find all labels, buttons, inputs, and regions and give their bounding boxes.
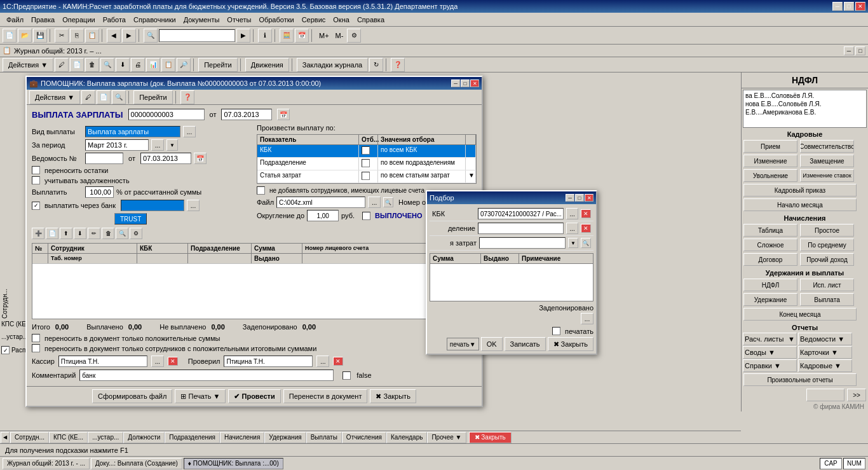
vid-dots-btn[interactable]: ... — [183, 126, 196, 137]
dialog-close[interactable]: ✕ — [470, 79, 479, 87]
period-dots-btn[interactable]: ... — [151, 139, 164, 151]
tb-cut[interactable]: ✂ — [55, 29, 69, 43]
tab-dolzhnosti[interactable]: Должности — [123, 432, 165, 443]
uderz-btn[interactable]: Удержание — [743, 293, 797, 306]
menu-operations[interactable]: Операции — [58, 13, 98, 26]
ne-dobavl-cb[interactable] — [257, 186, 265, 195]
maximize-button[interactable]: □ — [844, 2, 854, 11]
journal-tb2[interactable]: 📄 — [70, 58, 84, 72]
dtb-sort2[interactable]: ⬇ — [74, 228, 86, 239]
uchit-checkbox[interactable] — [32, 176, 40, 184]
kbk-ok-btn[interactable]: OK — [481, 337, 503, 351]
izm-stavok-btn[interactable]: Изменение ставок — [800, 169, 854, 182]
proch-doh-btn[interactable]: Прочий доход — [800, 253, 854, 266]
actions-dropdown[interactable]: Действия ▼ — [3, 58, 53, 72]
tab-kalendar[interactable]: Календарь — [386, 432, 427, 443]
kassir-clear-btn[interactable]: ✕ — [168, 357, 178, 366]
kbk-dots-btn[interactable]: ... — [566, 208, 578, 219]
dtb-sort1[interactable]: ⬆ — [60, 228, 72, 239]
perenesti-doc-cb[interactable] — [32, 334, 40, 342]
tb-save[interactable]: 💾 — [33, 29, 47, 43]
kbk-zapisat-btn[interactable]: Записать — [505, 337, 546, 351]
menu-service[interactable]: Сервис — [298, 13, 330, 26]
journal-minimize[interactable]: ─ — [844, 46, 854, 55]
sformirovat-btn[interactable]: Сформировать файл — [92, 389, 172, 403]
vyplata-btn[interactable]: Выплата — [800, 293, 854, 306]
kbk-close[interactable]: ✕ — [585, 194, 593, 202]
minimize-button[interactable]: ─ — [832, 2, 843, 11]
proveril-input[interactable] — [224, 356, 313, 367]
tb-info[interactable]: ℹ — [258, 29, 272, 43]
journal-tb9[interactable]: 🔎 — [177, 58, 191, 72]
zakryt-btn[interactable]: ✖ Закрыть — [370, 389, 416, 403]
perenesti-sotr-cb[interactable] — [32, 344, 40, 352]
tabs-scroll-left[interactable]: ◀ — [1, 432, 10, 443]
tab-vyplaty[interactable]: Выплаты — [306, 432, 342, 443]
posred-btn[interactable]: По среднему — [800, 238, 854, 251]
kadrov-prikaz-btn[interactable]: Кадровый приказ — [743, 184, 857, 197]
tab-uderzhaniya[interactable]: Удержания — [264, 432, 306, 443]
taskbar-doc[interactable]: Доку...: Выплата (Создание) — [91, 458, 182, 469]
tb-calc[interactable]: 🧮 — [280, 29, 294, 43]
journal-tb8[interactable]: 📋 — [161, 58, 175, 72]
tab-nachisleniya[interactable]: Начисления — [220, 432, 264, 443]
journal-tb6[interactable]: 🖨 — [131, 58, 145, 72]
menu-file[interactable]: Файл — [3, 13, 27, 26]
kartochki-btn[interactable]: Карточки ▼ — [798, 346, 852, 359]
vedomost-date-btn[interactable]: 📅 — [194, 153, 207, 164]
rasc-listy-btn[interactable]: Расч. листы▼ — [743, 333, 797, 345]
menu-edit[interactable]: Правка — [27, 13, 58, 26]
perenesti-checkbox[interactable] — [32, 166, 40, 174]
perenesti-doc-btn[interactable]: Перенести в документ — [283, 389, 368, 403]
sovmest-btn[interactable]: Совместительство — [800, 140, 854, 153]
provesti-btn[interactable]: ✔ Провести — [228, 389, 280, 403]
okrugl-input[interactable] — [307, 210, 339, 221]
dialog-minimize[interactable]: ─ — [451, 79, 460, 87]
doc-date-field[interactable] — [221, 109, 272, 120]
close-button[interactable]: ✕ — [855, 2, 865, 11]
tb-new[interactable]: 📄 — [3, 29, 17, 43]
tab-zakryt-btn[interactable]: ✖ Закрыть — [469, 432, 512, 443]
statya-search-btn[interactable]: 🔍 — [581, 238, 591, 248]
podrazd-kbk-clear[interactable]: ✕ — [581, 224, 591, 233]
dialog-maximize[interactable]: □ — [461, 79, 470, 87]
journal-tb1[interactable]: 🖊 — [55, 58, 69, 72]
tb-go[interactable]: ▶ — [236, 29, 250, 43]
grid-row-kbk[interactable]: КБК по всем КБК — [257, 145, 476, 158]
dvizheniya-btn[interactable]: Движения — [245, 58, 289, 72]
search-input[interactable] — [159, 29, 235, 42]
statya-otb-cb[interactable] — [362, 172, 370, 180]
grid-row-podrazd[interactable]: Подразделение по всем подразделениям — [257, 158, 476, 170]
menu-work[interactable]: Работа — [99, 13, 130, 26]
journal-tb4[interactable]: 🔍 — [100, 58, 114, 72]
tab-sotrudnik[interactable]: Сотрудн... — [10, 432, 49, 443]
tb-copy[interactable]: ⎘ — [70, 29, 84, 43]
empty-small-btn[interactable] — [806, 389, 844, 401]
bank-dots-btn[interactable]: ... — [187, 200, 200, 211]
doc-number-field[interactable] — [128, 109, 205, 120]
dtb-copy[interactable]: 📄 — [46, 228, 58, 239]
pechat-action-btn[interactable]: печать▼ — [447, 338, 479, 350]
kbk-minimize[interactable]: ─ — [566, 194, 574, 202]
kbk-clear-btn[interactable]: ✕ — [581, 209, 591, 218]
konec-mes-btn[interactable]: Конец месяца — [743, 308, 857, 321]
tab-prochee[interactable]: Прочее ▼ — [427, 432, 466, 443]
tb-open[interactable]: 📂 — [18, 29, 32, 43]
vedomost-date-input[interactable] — [140, 153, 191, 164]
komment-input[interactable] — [79, 370, 334, 381]
tb-back[interactable]: ◀ — [107, 29, 121, 43]
proveril-dots-btn[interactable]: ... — [316, 356, 329, 367]
vyplacheno-cb[interactable] — [362, 212, 370, 220]
ndfl-btn[interactable]: НДФЛ — [743, 279, 797, 291]
journal-tb5[interactable]: ⬇ — [116, 58, 130, 72]
statya-kbk-input[interactable] — [479, 237, 566, 249]
taskbar-journal[interactable]: Журнал общий: 2013 г. - ... — [3, 458, 90, 469]
dialog-pereiti-btn[interactable]: Перейти — [133, 90, 173, 104]
tab-otchisleniya[interactable]: Отчисления — [342, 432, 386, 443]
trust-btn[interactable]: TRUST — [114, 213, 147, 225]
isp-list-btn[interactable]: Исп. лист — [800, 279, 854, 291]
file-dots-btn[interactable]: ... — [368, 197, 381, 208]
menu-processing[interactable]: Обработки — [255, 13, 297, 26]
nachalo-mes-btn[interactable]: Начало месяца — [743, 198, 857, 211]
izmenenie-btn[interactable]: Изменение — [743, 155, 797, 167]
